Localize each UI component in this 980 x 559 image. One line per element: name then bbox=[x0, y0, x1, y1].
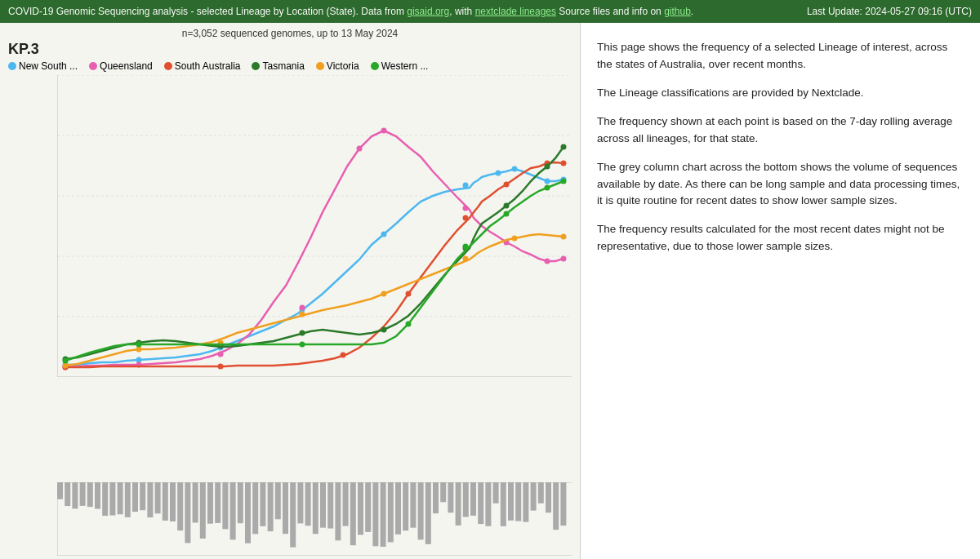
bar bbox=[193, 482, 198, 522]
legend-dot bbox=[316, 62, 324, 70]
bar bbox=[305, 482, 311, 526]
legend-dot bbox=[164, 62, 172, 70]
svg-point-39 bbox=[463, 215, 469, 221]
bar bbox=[72, 482, 78, 508]
bar bbox=[132, 482, 138, 512]
svg-point-23 bbox=[545, 179, 550, 184]
bar bbox=[95, 482, 100, 509]
bar bbox=[313, 482, 318, 534]
bar bbox=[170, 482, 176, 521]
svg-point-50 bbox=[545, 164, 550, 170]
bar bbox=[200, 482, 206, 539]
bar bbox=[155, 482, 161, 513]
bar bbox=[403, 482, 408, 530]
bar bbox=[335, 482, 341, 540]
svg-point-47 bbox=[381, 327, 387, 333]
legend-label: Queensland bbox=[100, 60, 153, 72]
bar bbox=[275, 482, 281, 519]
bar bbox=[350, 482, 356, 545]
bar bbox=[553, 482, 559, 530]
svg-point-59 bbox=[561, 234, 567, 240]
svg-point-40 bbox=[504, 182, 510, 188]
legend-item: Queensland bbox=[89, 60, 153, 72]
legend-label: New South ... bbox=[19, 60, 78, 72]
bar bbox=[215, 482, 220, 523]
nextclade-link[interactable]: nextclade lineages bbox=[475, 6, 556, 17]
bar bbox=[297, 482, 303, 523]
bar bbox=[560, 482, 566, 526]
svg-point-61 bbox=[136, 342, 142, 348]
bar bbox=[515, 482, 521, 521]
bar bbox=[388, 482, 394, 542]
svg-point-46 bbox=[300, 331, 305, 336]
legend-label: Tasmania bbox=[262, 60, 304, 72]
bar bbox=[80, 482, 86, 506]
bar bbox=[425, 482, 431, 544]
svg-point-66 bbox=[545, 185, 550, 191]
bar-chart-bars bbox=[57, 482, 572, 556]
svg-point-31 bbox=[463, 206, 469, 211]
svg-point-33 bbox=[545, 259, 550, 264]
bar bbox=[485, 482, 491, 526]
svg-point-21 bbox=[496, 171, 501, 176]
bar bbox=[230, 482, 236, 539]
bar bbox=[65, 482, 70, 506]
svg-point-20 bbox=[463, 183, 469, 189]
legend-label: Western ... bbox=[381, 60, 429, 72]
bar bbox=[268, 482, 274, 531]
svg-point-28 bbox=[300, 305, 305, 311]
info-p3: The frequency shown at each point is bas… bbox=[597, 113, 964, 148]
svg-point-60 bbox=[63, 358, 69, 364]
bar bbox=[207, 482, 213, 524]
svg-point-64 bbox=[463, 244, 469, 250]
main-container: n=3,052 sequenced genomes, up to 13 May … bbox=[0, 23, 980, 559]
header-source: Source files and info on bbox=[556, 6, 664, 17]
svg-point-22 bbox=[512, 166, 518, 172]
chart-legend: New South ...QueenslandSouth AustraliaTa… bbox=[8, 60, 572, 72]
bar bbox=[381, 482, 386, 547]
bar bbox=[102, 482, 108, 516]
bar bbox=[418, 482, 424, 539]
bar bbox=[395, 482, 401, 535]
bar bbox=[118, 482, 123, 514]
header-bar: COVID-19 Genomic Sequencing analysis - s… bbox=[0, 0, 980, 23]
svg-point-16 bbox=[136, 357, 142, 363]
bar bbox=[252, 482, 258, 534]
legend-item: Western ... bbox=[371, 60, 429, 72]
bar bbox=[163, 482, 168, 521]
right-panel: This page shows the frequency of a selec… bbox=[580, 23, 980, 559]
bar bbox=[463, 482, 469, 517]
bar bbox=[448, 482, 453, 512]
last-update: Last Update: 2024-05-27 09:16 (UTC) bbox=[807, 6, 972, 17]
bar bbox=[87, 482, 93, 507]
sa-line bbox=[65, 162, 564, 367]
bar bbox=[410, 482, 416, 528]
bar bbox=[433, 482, 439, 513]
chart-subtitle: n=3,052 sequenced genomes, up to 13 May … bbox=[8, 28, 572, 39]
bar bbox=[358, 482, 363, 535]
nsw-line bbox=[65, 169, 564, 365]
bar bbox=[493, 482, 499, 504]
svg-point-52 bbox=[63, 363, 69, 369]
svg-point-53 bbox=[136, 347, 142, 353]
bar bbox=[260, 482, 265, 526]
bar bbox=[343, 482, 349, 526]
svg-point-19 bbox=[381, 232, 387, 237]
bar bbox=[290, 482, 296, 548]
legend-dot bbox=[371, 62, 379, 70]
left-panel: n=3,052 sequenced genomes, up to 13 May … bbox=[0, 23, 580, 559]
lineage-title: KP.3 bbox=[8, 41, 572, 58]
legend-dot bbox=[89, 62, 97, 70]
svg-point-51 bbox=[561, 144, 567, 150]
legend-label: Victoria bbox=[327, 60, 359, 72]
bar bbox=[185, 482, 190, 543]
gisaid-link[interactable]: gisaid.org bbox=[407, 6, 449, 17]
legend-dot bbox=[252, 62, 260, 70]
info-p1: This page shows the frequency of a selec… bbox=[597, 39, 964, 73]
svg-point-65 bbox=[504, 211, 510, 217]
svg-point-36 bbox=[218, 364, 224, 370]
github-link[interactable]: github bbox=[664, 6, 691, 17]
svg-point-55 bbox=[300, 312, 305, 317]
legend-item: Victoria bbox=[316, 60, 359, 72]
svg-point-56 bbox=[381, 291, 387, 297]
